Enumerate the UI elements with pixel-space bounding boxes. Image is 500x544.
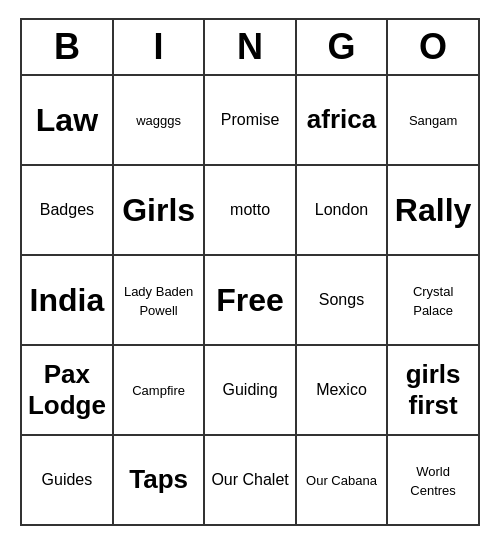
bingo-cell-2-4: Crystal Palace	[387, 255, 479, 345]
bingo-cell-4-2: Our Chalet	[204, 435, 295, 525]
bingo-body: LawwagggsPromiseafricaSangamBadgesGirlsm…	[21, 75, 479, 525]
cell-text: Songs	[319, 291, 364, 308]
header-letter-g: G	[296, 19, 387, 75]
bingo-cell-3-1: Campfire	[113, 345, 205, 435]
cell-text: Free	[216, 282, 284, 318]
cell-text: India	[30, 282, 105, 318]
header-letter-i: I	[113, 19, 205, 75]
cell-text: Our Cabana	[306, 473, 377, 488]
header-letter-b: B	[21, 19, 113, 75]
bingo-row-1: BadgesGirlsmottoLondonRally	[21, 165, 479, 255]
bingo-card: BINGO LawwagggsPromiseafricaSangamBadges…	[20, 18, 480, 526]
bingo-cell-1-0: Badges	[21, 165, 113, 255]
cell-text: Campfire	[132, 383, 185, 398]
header-letter-o: O	[387, 19, 479, 75]
cell-text: motto	[230, 201, 270, 218]
cell-text: Taps	[129, 464, 188, 494]
cell-text: Guides	[42, 471, 93, 488]
cell-text: Law	[36, 102, 98, 138]
bingo-cell-1-2: motto	[204, 165, 295, 255]
cell-text: Our Chalet	[211, 471, 288, 488]
cell-text: World Centres	[410, 464, 456, 498]
cell-text: Pax Lodge	[28, 359, 106, 420]
bingo-cell-0-2: Promise	[204, 75, 295, 165]
bingo-row-2: IndiaLady Baden PowellFreeSongsCrystal P…	[21, 255, 479, 345]
bingo-cell-0-3: africa	[296, 75, 387, 165]
cell-text: wagggs	[136, 113, 181, 128]
bingo-cell-2-0: India	[21, 255, 113, 345]
bingo-cell-3-3: Mexico	[296, 345, 387, 435]
bingo-row-0: LawwagggsPromiseafricaSangam	[21, 75, 479, 165]
bingo-cell-1-3: London	[296, 165, 387, 255]
cell-text: Mexico	[316, 381, 367, 398]
bingo-cell-2-3: Songs	[296, 255, 387, 345]
header-letter-n: N	[204, 19, 295, 75]
bingo-cell-0-0: Law	[21, 75, 113, 165]
bingo-cell-3-0: Pax Lodge	[21, 345, 113, 435]
bingo-row-3: Pax LodgeCampfireGuidingMexicogirls firs…	[21, 345, 479, 435]
bingo-cell-3-2: Guiding	[204, 345, 295, 435]
cell-text: girls first	[406, 359, 461, 420]
bingo-cell-0-4: Sangam	[387, 75, 479, 165]
bingo-cell-4-4: World Centres	[387, 435, 479, 525]
bingo-cell-0-1: wagggs	[113, 75, 205, 165]
cell-text: Badges	[40, 201, 94, 218]
bingo-cell-2-1: Lady Baden Powell	[113, 255, 205, 345]
bingo-cell-4-0: Guides	[21, 435, 113, 525]
bingo-cell-1-4: Rally	[387, 165, 479, 255]
bingo-cell-3-4: girls first	[387, 345, 479, 435]
cell-text: africa	[307, 104, 376, 134]
cell-text: Sangam	[409, 113, 457, 128]
bingo-cell-4-3: Our Cabana	[296, 435, 387, 525]
cell-text: London	[315, 201, 368, 218]
bingo-cell-1-1: Girls	[113, 165, 205, 255]
bingo-cell-4-1: Taps	[113, 435, 205, 525]
cell-text: Girls	[122, 192, 195, 228]
cell-text: Lady Baden Powell	[124, 284, 193, 318]
cell-text: Promise	[221, 111, 280, 128]
bingo-header: BINGO	[21, 19, 479, 75]
cell-text: Rally	[395, 192, 471, 228]
bingo-row-4: GuidesTapsOur ChaletOur CabanaWorld Cent…	[21, 435, 479, 525]
cell-text: Crystal Palace	[413, 284, 453, 318]
cell-text: Guiding	[223, 381, 278, 398]
bingo-cell-2-2: Free	[204, 255, 295, 345]
